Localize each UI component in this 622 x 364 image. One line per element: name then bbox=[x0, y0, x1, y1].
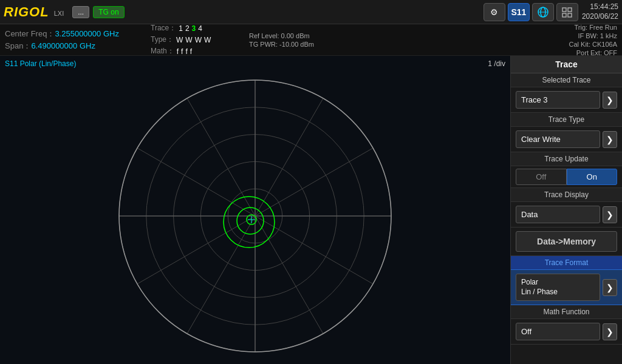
panel-header: Trace bbox=[511, 56, 622, 73]
s11-button[interactable]: S11 bbox=[508, 3, 530, 21]
math-val-1: f bbox=[177, 47, 179, 56]
trig-info: Trig: Free Run bbox=[569, 24, 617, 31]
trace-num-1: 1 bbox=[179, 24, 183, 33]
math-label: Math： bbox=[151, 46, 174, 56]
data-memory-btn[interactable]: Data->Memory bbox=[516, 231, 617, 252]
trace-format-arrow[interactable]: ❯ bbox=[603, 279, 617, 296]
dots-button[interactable]: ... bbox=[72, 6, 89, 18]
trace-update-off-btn[interactable]: Off bbox=[516, 169, 567, 185]
tg-pwr: TG PWR: -10.00 dBm bbox=[249, 41, 562, 48]
svg-rect-4 bbox=[568, 8, 572, 12]
type-label: Type： bbox=[151, 35, 174, 45]
svg-rect-5 bbox=[562, 13, 566, 17]
mid-info: Ref Level: 0.00 dBm TG PWR: -10.00 dBm bbox=[242, 27, 569, 53]
trace-format-section: Trace Format Polar Lin / Phase ❯ bbox=[511, 256, 622, 305]
trace-num-3: 3 bbox=[192, 24, 196, 33]
trace-update-on-btn[interactable]: On bbox=[567, 169, 618, 185]
trace-display-btn[interactable]: Data bbox=[516, 206, 600, 223]
trace-format-btn[interactable]: Polar Lin / Phase bbox=[516, 274, 600, 301]
trace-type-section: Trace Type Clear Write ❯ bbox=[511, 113, 622, 152]
freq-info: Center Freq：3.255000000 GHz Span：6.49000… bbox=[5, 27, 145, 53]
trace-type-row: Clear Write ❯ bbox=[511, 127, 622, 152]
cal-kit: Cal Kit: CK106A bbox=[569, 41, 617, 48]
math-function-arrow[interactable]: ❯ bbox=[603, 323, 617, 340]
center-freq-label: Center Freq： bbox=[5, 29, 55, 38]
chart-area: S11 Polar (Lin/Phase) 1 /div bbox=[0, 56, 510, 364]
center-freq-value: 3.255000000 GHz bbox=[55, 29, 119, 38]
grid-icon-btn[interactable] bbox=[556, 3, 578, 21]
settings-icon-btn[interactable]: ⚙ bbox=[484, 3, 505, 21]
math-val-2: f bbox=[181, 47, 183, 56]
trace-label: Trace： bbox=[151, 23, 176, 33]
trace-info: Trace： 1 2 3 4 Type： W W W W Math： f f f… bbox=[145, 27, 242, 53]
math-function-row: Off ❯ bbox=[511, 319, 622, 344]
trace-display-row: Data ❯ bbox=[511, 202, 622, 227]
span-label: Span： bbox=[5, 41, 31, 50]
math-val-3: f bbox=[185, 47, 187, 56]
lxi-badge: LXI bbox=[54, 10, 64, 17]
ref-level: Ref Level: 0.00 dBm bbox=[249, 32, 562, 39]
math-val-4: f bbox=[190, 47, 192, 56]
trace-update-section: Trace Update Off On bbox=[511, 152, 622, 188]
trace-type-arrow[interactable]: ❯ bbox=[603, 131, 617, 148]
math-function-btn[interactable]: Off bbox=[516, 323, 600, 340]
selected-trace-label: Selected Trace bbox=[511, 73, 622, 87]
vna-icon-btn[interactable] bbox=[532, 3, 554, 21]
selected-trace-section: Selected Trace Trace 3 ❯ bbox=[511, 73, 622, 113]
trace-display-label: Trace Display bbox=[511, 188, 622, 202]
trace-update-toggle: Off On bbox=[511, 166, 622, 187]
top-bar: RIGOL LXI ... TG on ⚙ S11 15:44:25 2020/… bbox=[0, 0, 622, 24]
if-bw: IF BW: 1 kHz bbox=[569, 32, 617, 39]
math-function-section: Math Function Off ❯ bbox=[511, 305, 622, 345]
type-val-3: W bbox=[195, 36, 202, 44]
trace-type-label: Trace Type bbox=[511, 113, 622, 127]
selected-trace-btn[interactable]: Trace 3 bbox=[516, 91, 600, 109]
info-bar: Center Freq：3.255000000 GHz Span：6.49000… bbox=[0, 24, 622, 56]
selected-trace-row: Trace 3 ❯ bbox=[511, 87, 622, 112]
top-icons: ⚙ S11 bbox=[484, 3, 578, 21]
trace-num-2: 2 bbox=[185, 24, 190, 33]
trace-update-label: Trace Update bbox=[511, 152, 622, 166]
type-val-2: W bbox=[185, 36, 192, 44]
port-ext: Port Ext: OFF bbox=[569, 49, 617, 56]
trace-display-section: Trace Display Data ❯ bbox=[511, 188, 622, 228]
svg-rect-6 bbox=[568, 13, 572, 17]
math-function-label: Math Function bbox=[511, 305, 622, 319]
type-val-1: W bbox=[176, 36, 183, 44]
right-info: Trig: Free Run IF BW: 1 kHz Cal Kit: CK1… bbox=[569, 27, 617, 53]
rigol-logo: RIGOL bbox=[4, 4, 49, 20]
datetime-display: 15:44:25 2020/06/22 bbox=[582, 2, 618, 21]
svg-rect-3 bbox=[562, 8, 566, 12]
trace-format-row: Polar Lin / Phase ❯ bbox=[511, 270, 622, 305]
trace-format-label: Trace Format bbox=[511, 256, 622, 270]
right-panel: Trace Selected Trace Trace 3 ❯ Trace Typ… bbox=[510, 56, 622, 364]
main-area: S11 Polar (Lin/Phase) 1 /div Trace Selec… bbox=[0, 56, 622, 364]
span-value: 6.490000000 GHz bbox=[31, 41, 95, 50]
polar-chart-canvas bbox=[0, 56, 510, 364]
trace-display-arrow[interactable]: ❯ bbox=[603, 206, 617, 223]
type-val-4: W bbox=[204, 36, 211, 44]
tg-button[interactable]: TG on bbox=[93, 6, 124, 18]
data-memory-section: Data->Memory bbox=[511, 228, 622, 256]
selected-trace-arrow[interactable]: ❯ bbox=[603, 92, 617, 109]
trace-num-4: 4 bbox=[198, 24, 202, 33]
trace-type-btn[interactable]: Clear Write bbox=[516, 130, 600, 148]
